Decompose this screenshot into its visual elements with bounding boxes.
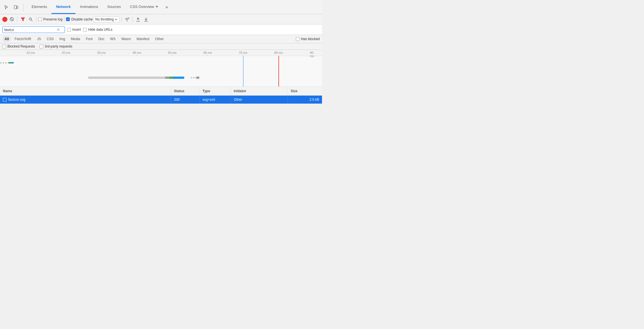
timeline-row-3: [0, 86, 322, 87]
ruler-tick-70ms: [243, 54, 243, 56]
tab-bar: Elements Network Animations Sources CSS …: [0, 0, 322, 14]
ruler-tick-40ms: [137, 54, 137, 56]
export-har-button[interactable]: [142, 16, 150, 23]
header-name[interactable]: Name: [0, 87, 171, 95]
table-row[interactable]: favicon.svg 200 svg+xml Other 2.5 kB: [0, 96, 322, 104]
load-line: [278, 56, 279, 87]
third-party-requests-label[interactable]: 3rd-party requests: [40, 44, 72, 48]
ruler-tick-30ms: [101, 54, 102, 56]
ruler-tick-20ms: [66, 54, 66, 56]
svg-line-3: [11, 18, 13, 20]
record-button[interactable]: [2, 17, 7, 22]
type-filter-wasm[interactable]: Wasm: [119, 36, 133, 42]
row-type: svg+xml: [200, 96, 231, 104]
svg-line-6: [31, 20, 33, 21]
type-filter-manifest[interactable]: Manifest: [134, 36, 152, 42]
hide-data-urls-label[interactable]: Hide data URLs: [83, 28, 112, 32]
third-party-checkbox[interactable]: [40, 45, 43, 48]
type-filter-js[interactable]: JS: [35, 36, 43, 42]
sep-2: [36, 17, 36, 22]
ruler-tick-80ms: [278, 54, 279, 56]
svg-rect-21: [196, 77, 199, 79]
table-header: Name Status Type Initiator Size: [0, 87, 322, 96]
svg-rect-16: [88, 77, 165, 79]
waterfall-bar-2: [0, 76, 322, 80]
search-button[interactable]: [27, 16, 34, 23]
invert-filter-label[interactable]: Invert: [67, 28, 81, 32]
timeline-ruler: 10 ms 20 ms 30 ms 40 ms 50 ms 60 ms 70 m…: [0, 50, 322, 56]
row-checkbox[interactable]: [3, 98, 7, 102]
preserve-log-label[interactable]: Preserve log: [38, 17, 62, 21]
timeline-row-2: [0, 71, 322, 86]
preserve-log-checkbox[interactable]: [38, 17, 42, 21]
main-tabs: Elements Network Animations Sources CSS …: [27, 0, 170, 14]
header-type[interactable]: Type: [200, 87, 231, 95]
svg-rect-1: [17, 6, 18, 9]
type-filter-bar: All Fetch/XHR JS CSS Img Media Font Doc …: [0, 35, 322, 43]
sep-1: [17, 17, 17, 22]
svg-rect-19: [173, 77, 184, 79]
tab-sources[interactable]: Sources: [103, 0, 126, 14]
tab-network[interactable]: Network: [52, 0, 75, 14]
type-filter-css[interactable]: CSS: [44, 36, 56, 42]
type-filter-doc[interactable]: Doc: [96, 36, 106, 42]
svg-marker-4: [21, 18, 25, 21]
header-size[interactable]: Size: [288, 87, 322, 95]
cursor-icon[interactable]: [2, 3, 10, 11]
sep-4: [121, 17, 122, 22]
disable-cache-label[interactable]: Disable cache: [66, 17, 93, 21]
svg-rect-17: [165, 77, 169, 79]
header-initiator[interactable]: Initiator: [231, 87, 288, 95]
has-blocked-checkbox[interactable]: [296, 37, 300, 41]
row-size: 2.5 kB: [288, 96, 322, 104]
type-filter-other[interactable]: Other: [153, 36, 166, 42]
disable-cache-checkbox[interactable]: [66, 17, 70, 21]
svg-rect-0: [14, 5, 17, 9]
tab-css-overview[interactable]: CSS Overview: [126, 0, 163, 14]
sep-3: [64, 17, 64, 22]
clear-button[interactable]: [8, 16, 15, 23]
blocked-bar: Blocked Requests 3rd-party requests: [0, 43, 322, 50]
more-tabs-button[interactable]: »: [163, 0, 170, 14]
network-conditions-button[interactable]: [123, 16, 131, 23]
type-filter-ws[interactable]: WS: [108, 36, 118, 42]
search-box[interactable]: ✕: [2, 26, 65, 33]
ruler-tick-50ms: [172, 54, 173, 56]
type-filter-all[interactable]: All: [2, 36, 11, 42]
import-har-button[interactable]: [134, 16, 142, 23]
timeline-rows: [0, 56, 322, 87]
svg-rect-13: [9, 62, 11, 63]
timeline-area: 10 ms 20 ms 30 ms 40 ms 50 ms 60 ms 70 m…: [0, 50, 322, 87]
type-filter-font[interactable]: Font: [83, 36, 95, 42]
header-status[interactable]: Status: [171, 87, 200, 95]
dom-content-loaded-line: [243, 56, 244, 87]
ruler-tick-60ms: [208, 54, 208, 56]
network-table: Name Status Type Initiator Size favicon.…: [0, 87, 322, 104]
type-filter-fetch-xhr[interactable]: Fetch/XHR: [12, 36, 34, 42]
waterfall-bar-1: [0, 61, 322, 65]
tab-elements[interactable]: Elements: [27, 0, 52, 14]
svg-point-5: [29, 18, 32, 20]
svg-rect-18: [169, 77, 173, 79]
hide-data-urls-checkbox[interactable]: [83, 28, 87, 32]
sep-5: [132, 17, 133, 22]
invert-checkbox[interactable]: [67, 28, 71, 32]
blocked-requests-checkbox[interactable]: [2, 45, 6, 48]
row-status: 200: [171, 96, 200, 104]
search-clear-button[interactable]: ✕: [57, 27, 60, 32]
filter-icon-button[interactable]: [19, 16, 26, 23]
throttle-select[interactable]: No throttling: [93, 17, 120, 22]
filter-bar: ✕ Invert Hide data URLs: [0, 24, 322, 35]
type-filter-media[interactable]: Media: [69, 36, 83, 42]
timeline-row-1: [0, 56, 322, 71]
tab-animations[interactable]: Animations: [75, 0, 103, 14]
network-toolbar: Preserve log Disable cache No throttling: [0, 14, 322, 24]
type-filter-img[interactable]: Img: [57, 36, 67, 42]
device-toolbar-icon[interactable]: [12, 3, 20, 11]
has-blocked-label[interactable]: Has blocked: [296, 37, 320, 41]
blocked-requests-label[interactable]: Blocked Requests: [2, 44, 35, 48]
row-name: favicon.svg: [0, 96, 171, 104]
svg-rect-14: [11, 62, 14, 63]
row-initiator: Other: [231, 96, 288, 104]
search-input[interactable]: [4, 28, 56, 32]
